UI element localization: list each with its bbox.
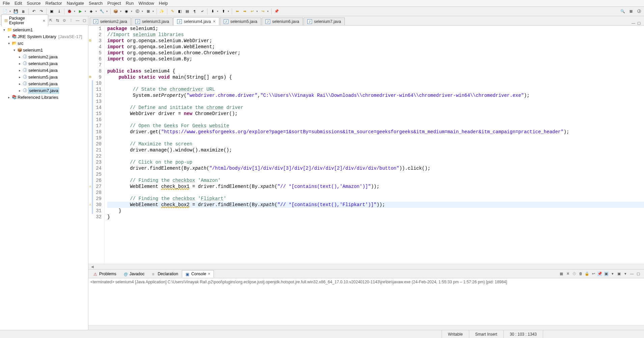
- open-console-icon[interactable]: ▾: [610, 272, 615, 276]
- project-tree[interactable]: ▾ 📁 selenium1 ▸ 📚 JRE System Library [Ja…: [0, 25, 88, 330]
- close-icon[interactable]: ×: [208, 272, 210, 276]
- pin-console-icon[interactable]: 📌: [597, 272, 602, 276]
- tab-console[interactable]: ▣ Console ×: [182, 270, 214, 278]
- twisty-open-icon[interactable]: ▾: [12, 48, 16, 52]
- run-icon[interactable]: ▶: [77, 8, 83, 15]
- tree-package[interactable]: ▾ 📦 selenium1: [1, 47, 87, 53]
- dropdown-icon[interactable]: ▾: [267, 10, 269, 13]
- twisty-closed-icon[interactable]: ▸: [7, 95, 11, 99]
- dropdown-icon[interactable]: ▾: [9, 10, 11, 13]
- dropdown-icon[interactable]: ▾: [217, 10, 219, 13]
- word-wrap-icon[interactable]: ↩: [591, 272, 596, 276]
- menu-source[interactable]: Source: [27, 1, 40, 6]
- tab-javadoc[interactable]: @ Javadoc: [120, 270, 148, 278]
- editor-scrollbar[interactable]: ◀: [88, 264, 644, 269]
- explorer-tab[interactable]: ⊞ Package Explorer ×: [1, 15, 48, 26]
- open-type-icon[interactable]: ⊞: [145, 8, 151, 15]
- open-perspective-icon[interactable]: ⊞: [628, 8, 634, 15]
- menu-edit[interactable]: Edit: [15, 1, 22, 6]
- display-icon[interactable]: ▣: [604, 272, 609, 276]
- tab-selenium6[interactable]: J selenium6.java: [262, 18, 303, 25]
- undo-icon[interactable]: ↶: [31, 8, 37, 15]
- new-console-icon[interactable]: ▣: [617, 272, 621, 276]
- collapse-all-icon[interactable]: ⇱: [48, 18, 53, 23]
- back-icon[interactable]: ⬅: [234, 8, 240, 15]
- tab-selenium2[interactable]: J selenium2.java: [90, 18, 131, 25]
- save-icon[interactable]: 💾: [13, 8, 19, 15]
- external-tools-icon[interactable]: 🔧: [99, 8, 105, 15]
- twisty-closed-icon[interactable]: ▸: [18, 62, 22, 65]
- new-class-icon[interactable]: Ⓒ: [134, 8, 140, 15]
- minimize-icon[interactable]: —: [75, 18, 80, 23]
- dropdown-icon[interactable]: ▾: [106, 10, 108, 13]
- highlight-icon[interactable]: ✎: [169, 8, 175, 15]
- close-icon[interactable]: ×: [213, 19, 216, 24]
- close-icon[interactable]: ×: [43, 18, 45, 23]
- twisty-closed-icon[interactable]: ▸: [18, 75, 22, 79]
- forward-icon[interactable]: ➡: [242, 8, 248, 15]
- code-editor[interactable]: ⊟⊟⚠⚠ 12345678910111213141516171819202122…: [88, 26, 644, 264]
- tab-declaration[interactable]: ≡ Declaration: [148, 270, 182, 278]
- remove-all-icon[interactable]: ⮾: [572, 272, 577, 276]
- clear-console-icon[interactable]: 🗑: [578, 272, 583, 276]
- tab-problems[interactable]: ⚠ Problems: [90, 270, 120, 278]
- menu-run[interactable]: Run: [126, 1, 134, 6]
- focus-icon[interactable]: ⊙: [62, 18, 66, 23]
- dropdown-icon[interactable]: ▾: [120, 10, 122, 13]
- tree-jre[interactable]: ▸ 📚 JRE System Library [JavaSE-17]: [1, 33, 87, 40]
- tab-selenium7[interactable]: J selenium7.java: [304, 18, 345, 25]
- console-output[interactable]: <terminated> selenium4 [Java Application…: [88, 278, 644, 325]
- menu-help[interactable]: Help: [159, 1, 168, 6]
- toggle-block-icon[interactable]: ▤: [184, 8, 190, 15]
- redo-icon[interactable]: ↷: [38, 8, 44, 15]
- debug-icon[interactable]: 🐞: [66, 8, 73, 15]
- dropdown-icon[interactable]: ▾: [95, 10, 97, 13]
- minimize-icon[interactable]: —: [632, 21, 635, 25]
- wizard-icon[interactable]: ✨: [159, 8, 165, 15]
- new-package-icon[interactable]: 📦: [113, 8, 119, 15]
- last-edit-icon[interactable]: ↩: [249, 8, 255, 15]
- tree-file[interactable]: ▸ Ⓙ selenium3.java: [1, 60, 87, 67]
- dropdown-icon[interactable]: ▾: [623, 272, 628, 276]
- menu-refactor[interactable]: Refactor: [46, 1, 62, 6]
- prev-annotation-icon[interactable]: ⬆: [220, 8, 226, 15]
- dropdown-icon[interactable]: ▾: [74, 10, 76, 13]
- coverage-icon[interactable]: ◈: [88, 8, 94, 15]
- twisty-closed-icon[interactable]: ▸: [18, 89, 22, 92]
- minimize-icon[interactable]: —: [629, 272, 634, 276]
- view-menu-icon[interactable]: ⋮: [68, 18, 73, 23]
- word-wrap-icon[interactable]: ⤶: [199, 8, 205, 15]
- tree-file[interactable]: ▸ Ⓙ selenium2.java: [1, 53, 87, 60]
- tree-src[interactable]: ▾ 📂 src: [1, 40, 87, 47]
- toggle-mark-icon[interactable]: ◧: [177, 8, 183, 15]
- search-icon[interactable]: 🔍: [620, 8, 626, 15]
- console-scrollbar[interactable]: [88, 325, 644, 330]
- dropdown-icon[interactable]: ▾: [152, 10, 155, 13]
- skip-icon[interactable]: ⤓: [56, 8, 62, 15]
- link-editor-icon[interactable]: ⇆: [55, 18, 60, 23]
- maximize-icon[interactable]: ▢: [636, 272, 641, 276]
- dropdown-icon[interactable]: ▾: [228, 10, 230, 13]
- menu-search[interactable]: Search: [89, 1, 103, 6]
- tab-selenium4[interactable]: J selenium4.java ×: [173, 17, 219, 25]
- new-icon[interactable]: 📄: [2, 8, 8, 15]
- twisty-closed-icon[interactable]: ▸: [18, 55, 22, 59]
- tab-selenium5[interactable]: J selenium5.java: [220, 18, 261, 25]
- tree-referenced-libs[interactable]: ▸ 📚 Referenced Libraries: [1, 94, 87, 101]
- twisty-open-icon[interactable]: ▾: [2, 28, 6, 32]
- twisty-closed-icon[interactable]: ▸: [7, 35, 11, 38]
- terminal-icon[interactable]: ▣: [49, 8, 55, 15]
- menu-window[interactable]: Window: [139, 1, 154, 6]
- tree-file[interactable]: ▸ Ⓙ selenium5.java: [1, 74, 87, 80]
- scroll-lock-icon[interactable]: 🔒: [585, 272, 589, 276]
- show-whitespace-icon[interactable]: ¶: [192, 8, 198, 15]
- tree-file[interactable]: ▸ Ⓙ selenium4.java: [1, 67, 87, 74]
- java-perspective-icon[interactable]: Ⓙ: [636, 8, 642, 15]
- menu-file[interactable]: File: [3, 1, 10, 6]
- menu-project[interactable]: Project: [107, 1, 121, 6]
- dropdown-icon[interactable]: ▾: [142, 10, 144, 13]
- forward-history-icon[interactable]: ↪: [260, 8, 266, 15]
- dropdown-icon[interactable]: ▾: [131, 10, 133, 13]
- dropdown-icon[interactable]: ▾: [256, 10, 258, 13]
- console-btn-icon[interactable]: ▦: [559, 272, 564, 276]
